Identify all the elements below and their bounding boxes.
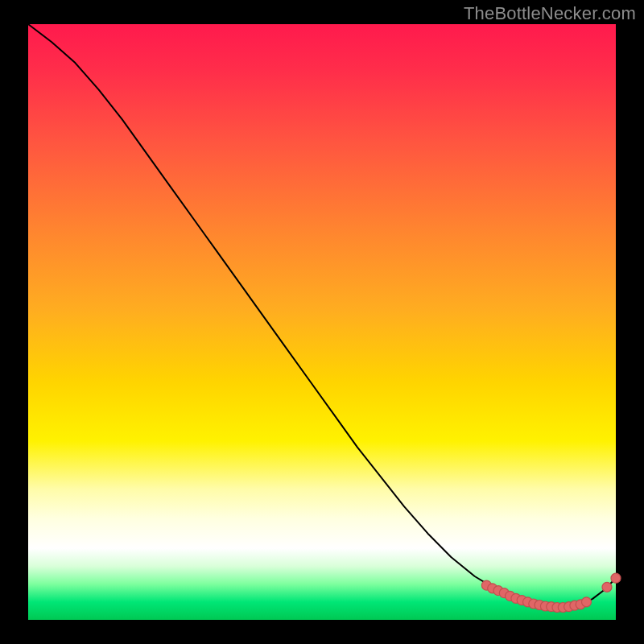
chart-svg xyxy=(28,24,616,620)
chart-frame: TheBottleNecker.com xyxy=(0,0,644,644)
bottleneck-curve-line xyxy=(28,24,616,608)
data-marker xyxy=(602,582,612,592)
watermark-text: TheBottleNecker.com xyxy=(464,3,636,24)
plot-area xyxy=(28,24,616,620)
data-marker xyxy=(611,573,621,583)
data-marker xyxy=(582,597,592,607)
